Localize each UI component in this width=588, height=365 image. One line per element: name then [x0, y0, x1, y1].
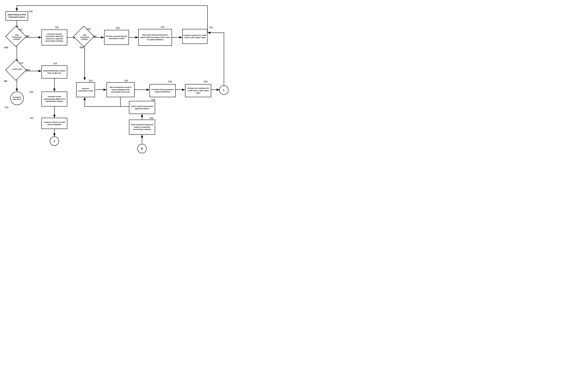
node-J: J [50, 136, 59, 146]
label-520: 520 [29, 91, 33, 93]
arrow-label-no-502: NO [26, 35, 29, 37]
node-534: Store transaction result in system datab… [106, 82, 135, 97]
node-506: POSTransactionActivity? [76, 29, 93, 46]
label-510: 510 [161, 26, 164, 28]
node-536: Conclude POS transaction (Approve/Declin… [149, 84, 176, 97]
node-532: Receive transaction result [76, 82, 95, 97]
label-522: 522 [30, 117, 34, 119]
node-520: Generate check sum/message digest from i… [42, 91, 67, 106]
node-504: Send any queued transaction approval req… [42, 29, 67, 45]
node-510: Store past queued transaction results wi… [138, 29, 172, 46]
arrow-label-yes-514: YES [26, 69, 30, 71]
label-518: 518 [53, 62, 57, 65]
label-532: 532 [89, 79, 92, 82]
label-528: 528 [149, 117, 153, 119]
node-500: Await activity at POS Transaction device [6, 11, 28, 21]
arrow-label-yes-502: YES [4, 46, 8, 49]
label-514: 514 [20, 62, 23, 64]
node-522: Compare check sum with system database [42, 118, 67, 129]
label-538: 538 [204, 80, 207, 83]
node-502: POSTransactionActivity? [8, 29, 25, 46]
label-530: 530 [151, 98, 155, 101]
arrow-label-yes-506: YES [79, 46, 84, 49]
node-514: Credit Card? [8, 63, 25, 79]
label-536: 536 [168, 80, 172, 83]
node-K: K [137, 144, 147, 153]
arrow-label-no-514: NO [4, 80, 7, 82]
label-504: 504 [55, 26, 59, 29]
flowchart-diagram: Await activity at POS Transaction device… [0, 0, 294, 182]
node-530: Await result of transaction approval req… [129, 101, 155, 114]
label-508: 508 [116, 27, 120, 29]
node-538: Prompt next customer for credit card or … [185, 84, 211, 97]
node-516: Proceed to step 202 of [10, 91, 24, 105]
label-512: 512 [209, 26, 213, 29]
node-508: Receive any past queued transaction resu… [104, 30, 129, 45]
label-534: 534 [124, 79, 128, 82]
label-502: 502 [19, 28, 22, 31]
label-500: 500 [29, 10, 33, 13]
node-518: Read identification tokens from credit c… [42, 65, 67, 78]
node-528: Send transaction approval request to pay… [129, 119, 155, 134]
node-512: Prompt customer for credit card or other… [182, 29, 207, 44]
label-516: 516 [5, 106, 8, 109]
arrow-label-no-506: NO [93, 35, 97, 37]
node-L: L [219, 85, 229, 95]
label-506: 506 [87, 28, 91, 31]
